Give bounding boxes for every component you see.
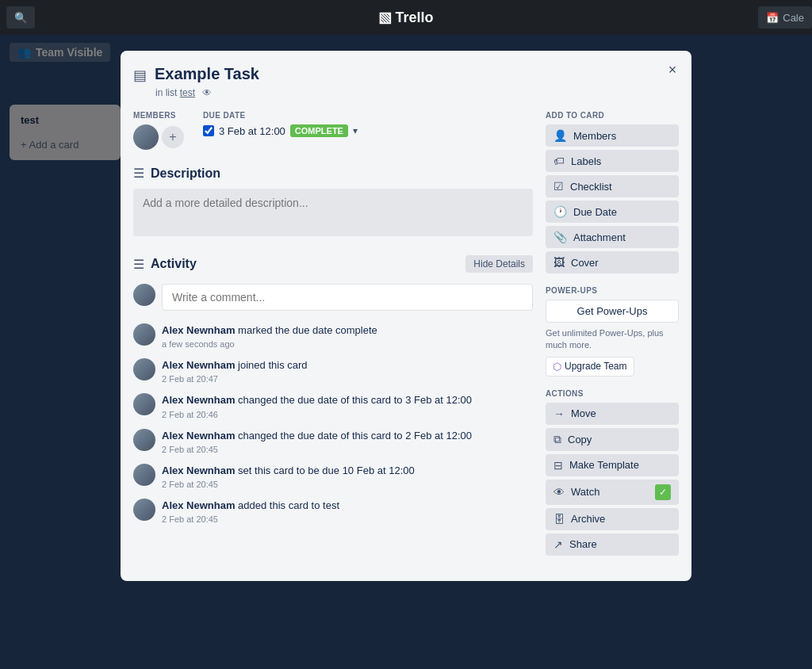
activity-item: Alex Newnham added this card to test 2 F… [133,499,533,524]
upgrade-icon: ⬡ [553,361,561,373]
comment-avatar [133,284,155,306]
calendar-button[interactable]: 📅 Cale [758,6,812,29]
activity-avatar [133,464,155,486]
card-modal: × ▤ Example Task in list test 👁 MEMBERS [121,51,691,581]
actions-section: ACTIONS → Move ⧉ Copy ⊟ Make Template � [546,389,679,556]
card-meta: MEMBERS + DUE DATE 3 Feb at 12:00 COMPLE… [133,111,533,150]
archive-button[interactable]: 🗄 Archive [546,508,679,530]
activity-action: set this card to be due 10 Feb at 12:00 [238,464,415,476]
modal-sidebar: ADD TO CARD 👤 Members 🏷 Labels ☑ Checkli… [546,111,679,568]
activity-content: Alex Newnham marked the due date complet… [162,323,533,349]
members-section: MEMBERS + [133,111,184,150]
cover-icon: 🖼 [553,256,565,269]
modal-title[interactable]: Example Task [155,63,259,84]
attachment-button[interactable]: 📎 Attachment [546,226,679,248]
activity-user: Alex Newnham [162,359,235,371]
activity-avatar [133,429,155,451]
due-date-checkbox[interactable] [203,125,214,136]
modal-body: MEMBERS + DUE DATE 3 Feb at 12:00 COMPLE… [133,111,679,568]
share-button[interactable]: ↗ Share [546,533,679,556]
watch-button[interactable]: 👁 Watch ✓ [546,480,679,505]
activity-time: 2 Feb at 20:46 [162,410,533,419]
due-date-icon: 🕐 [553,205,567,218]
activity-user: Alex Newnham [162,430,235,442]
get-power-ups-button[interactable]: Get Power-Ups [546,300,679,323]
activity-content: Alex Newnham set this card to be due 10 … [162,464,533,489]
modal-main: MEMBERS + DUE DATE 3 Feb at 12:00 COMPLE… [133,111,533,568]
due-date-row: 3 Feb at 12:00 COMPLETE ▾ [203,124,358,137]
archive-icon: 🗄 [553,513,565,526]
due-date-label: DUE DATE [203,111,358,120]
due-date-text: 3 Feb at 12:00 [219,125,285,137]
top-bar: 🔍 ▧ Trello 📅 Cale [0,0,812,35]
search-button[interactable]: 🔍 [6,6,35,29]
description-icon: ☰ [133,166,144,181]
add-member-button[interactable]: + [162,126,184,148]
activity-user: Alex Newnham [162,464,235,476]
activity-header: ☰ Activity Hide Details [133,255,533,273]
activity-time: 2 Feb at 20:45 [162,445,533,454]
activity-user: Alex Newnham [162,499,235,511]
due-date-button[interactable]: 🕐 Due Date [546,201,679,223]
list-name-link[interactable]: test [180,87,195,98]
due-date-dropdown-button[interactable]: ▾ [353,125,358,136]
activity-list: Alex Newnham marked the due date complet… [133,323,533,524]
add-to-card-label: ADD TO CARD [546,111,679,120]
due-date-section: DUE DATE 3 Feb at 12:00 COMPLETE ▾ [203,111,358,150]
activity-item: Alex Newnham set this card to be due 10 … [133,464,533,489]
activity-text: Alex Newnham joined this card [162,358,533,373]
activity-text: Alex Newnham changed the due date of thi… [162,393,533,407]
complete-badge: COMPLETE [290,124,348,137]
checklist-button[interactable]: ☑ Checklist [546,175,679,197]
members-button[interactable]: 👤 Members [546,124,679,147]
activity-action: added this card to test [238,499,339,511]
copy-button[interactable]: ⧉ Copy [546,428,679,451]
activity-content: Alex Newnham changed the due date of thi… [162,429,533,454]
hide-details-button[interactable]: Hide Details [465,255,533,273]
description-header: ☰ Description [133,166,533,181]
avatar[interactable] [133,124,159,150]
activity-icon: ☰ [133,257,144,272]
activity-action: marked the due date complete [238,324,377,336]
move-icon: → [553,407,565,420]
activity-time: 2 Feb at 20:47 [162,374,533,384]
activity-action: joined this card [238,359,307,371]
modal-close-button[interactable]: × [661,59,684,81]
share-icon: ↗ [553,538,563,551]
activity-item: Alex Newnham marked the due date complet… [133,323,533,349]
comment-input[interactable] [162,284,533,311]
checklist-icon: ☑ [553,180,564,193]
activity-content: Alex Newnham joined this card 2 Feb at 2… [162,358,533,384]
power-ups-description: Get unlimited Power-Ups, plus much more. [546,327,679,352]
search-icon: 🔍 [14,12,28,24]
upgrade-team-button[interactable]: ⬡ Upgrade Team [546,357,634,377]
attachment-icon: 📎 [553,231,567,243]
activity-content: Alex Newnham added this card to test 2 F… [162,499,533,524]
description-title: Description [151,166,220,181]
members-row: + [133,124,184,150]
labels-button[interactable]: 🏷 Labels [546,150,679,172]
members-label: MEMBERS [133,111,184,120]
template-icon: ⊟ [553,459,563,472]
watch-eye-icon: 👁 [202,87,212,98]
modal-overlay: × ▤ Example Task in list test 👁 MEMBERS [0,35,812,669]
card-icon: ▤ [133,67,147,84]
trello-logo: ▧ Trello [378,9,433,26]
actions-label: ACTIONS [546,389,679,398]
activity-time: 2 Feb at 20:45 [162,514,533,524]
add-to-card-section: ADD TO CARD 👤 Members 🏷 Labels ☑ Checkli… [546,111,679,273]
activity-text: Alex Newnham set this card to be due 10 … [162,464,533,478]
description-textarea[interactable] [133,189,533,236]
make-template-button[interactable]: ⊟ Make Template [546,454,679,476]
activity-time: 2 Feb at 20:45 [162,480,533,489]
watch-icon: 👁 [553,486,565,499]
activity-content: Alex Newnham changed the due date of thi… [162,393,533,419]
activity-title: Activity [151,257,197,271]
move-button[interactable]: → Move [546,403,679,425]
activity-item: Alex Newnham changed the due date of thi… [133,393,533,419]
cover-button[interactable]: 🖼 Cover [546,251,679,273]
activity-text: Alex Newnham added this card to test [162,499,533,513]
labels-icon: 🏷 [553,155,565,167]
watch-active-checkmark: ✓ [655,484,671,500]
calendar-icon: 📅 [766,12,779,24]
